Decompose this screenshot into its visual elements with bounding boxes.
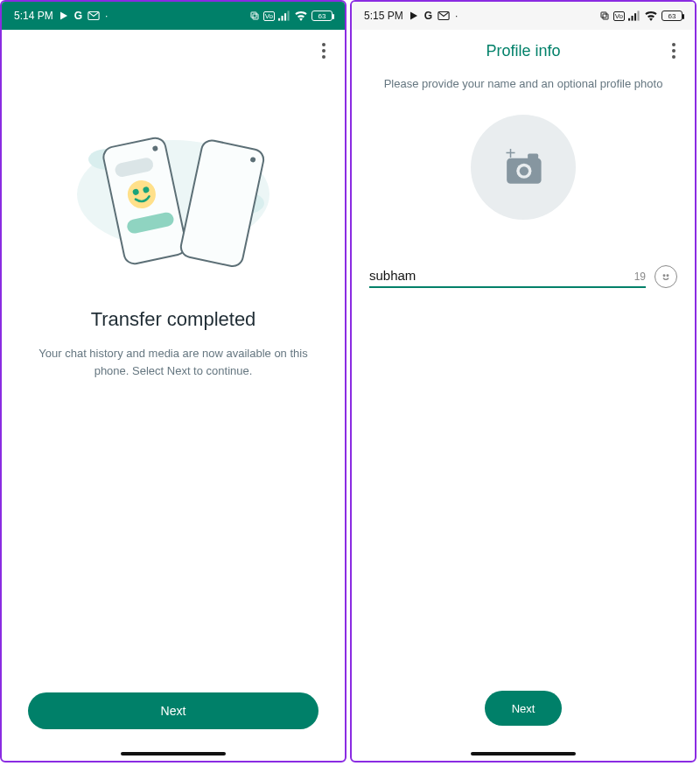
svg-rect-22: [628, 18, 630, 21]
svg-point-32: [667, 275, 668, 277]
status-bar: 5:14 PM G · Vo 63: [2, 2, 345, 30]
battery-icon: 63: [312, 11, 332, 21]
copy-icon: [599, 11, 610, 21]
name-field-wrap: 19: [369, 268, 646, 288]
transfer-complete-heading: Transfer completed: [2, 308, 345, 331]
profile-instruction: Please provide your name and an optional…: [352, 77, 695, 90]
page-title: Profile info: [486, 42, 560, 60]
svg-point-30: [520, 166, 528, 175]
svg-rect-20: [601, 12, 606, 18]
svg-point-31: [663, 275, 665, 277]
svg-rect-2: [253, 14, 258, 19]
google-icon: G: [74, 10, 82, 22]
home-indicator: [121, 752, 226, 755]
signal-icon: [628, 11, 640, 21]
add-photo-button[interactable]: +: [471, 115, 576, 220]
wifi-icon: [294, 11, 308, 21]
next-button-label: Next: [512, 702, 536, 715]
svg-rect-21: [603, 14, 608, 19]
signal-icon: [278, 11, 290, 21]
wifi-icon: [644, 11, 658, 21]
status-bar: 5:15 PM G · Vo 63: [352, 2, 695, 30]
phone-screen-transfer-completed: 5:14 PM G · Vo 63: [0, 0, 346, 762]
svg-rect-6: [288, 11, 290, 20]
name-input[interactable]: [369, 268, 629, 283]
gmail-icon: [438, 11, 450, 20]
svg-rect-23: [632, 16, 634, 21]
play-icon: [59, 11, 69, 21]
battery-icon: 63: [662, 11, 682, 21]
gmail-icon: [88, 11, 100, 20]
svg-rect-3: [278, 18, 280, 21]
svg-rect-4: [282, 16, 284, 21]
name-input-row: 19: [369, 265, 677, 288]
svg-rect-5: [284, 13, 286, 20]
emoji-picker-button[interactable]: [654, 265, 677, 288]
play-icon: [409, 11, 419, 21]
svg-rect-28: [528, 154, 538, 160]
smile-icon: [659, 270, 673, 284]
more-dot: ·: [105, 10, 108, 22]
svg-rect-24: [634, 13, 636, 20]
volte-icon: Vo: [613, 11, 625, 21]
svg-rect-25: [638, 11, 640, 20]
status-time: 5:14 PM: [14, 10, 53, 22]
copy-icon: [249, 11, 260, 21]
overflow-menu-button[interactable]: [658, 35, 690, 67]
volte-icon: Vo: [263, 11, 275, 21]
google-icon: G: [424, 10, 432, 22]
more-dot: ·: [455, 10, 458, 22]
camera-icon: +: [499, 146, 548, 188]
next-button[interactable]: Next: [28, 692, 318, 729]
next-button[interactable]: Next: [485, 691, 562, 726]
phone-screen-profile-info: 5:15 PM G · Vo 63 Profile info: [350, 0, 696, 762]
more-vert-icon: [672, 43, 676, 59]
char-remaining: 19: [629, 271, 646, 283]
next-button-label: Next: [161, 704, 186, 718]
app-header: Profile info: [352, 30, 695, 72]
svg-rect-1: [251, 12, 256, 18]
home-indicator: [471, 752, 576, 755]
overflow-menu-button[interactable]: [308, 35, 340, 67]
more-vert-icon: [322, 43, 326, 59]
status-time: 5:15 PM: [364, 10, 403, 22]
transfer-complete-subtext: Your chat history and media are now avai…: [28, 345, 318, 379]
app-header: [2, 30, 345, 72]
transfer-illustration: [2, 72, 345, 273]
